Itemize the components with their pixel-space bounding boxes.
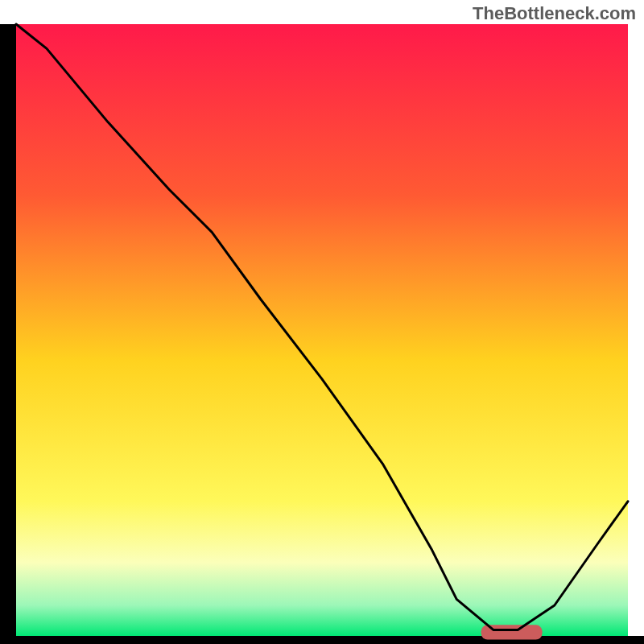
y-axis [0,24,16,644]
bottleneck-chart [0,0,644,644]
attribution-label: TheBottleneck.com [473,3,636,24]
x-axis [0,636,644,644]
plot-background [16,24,628,636]
chart-container: TheBottleneck.com [0,0,644,644]
